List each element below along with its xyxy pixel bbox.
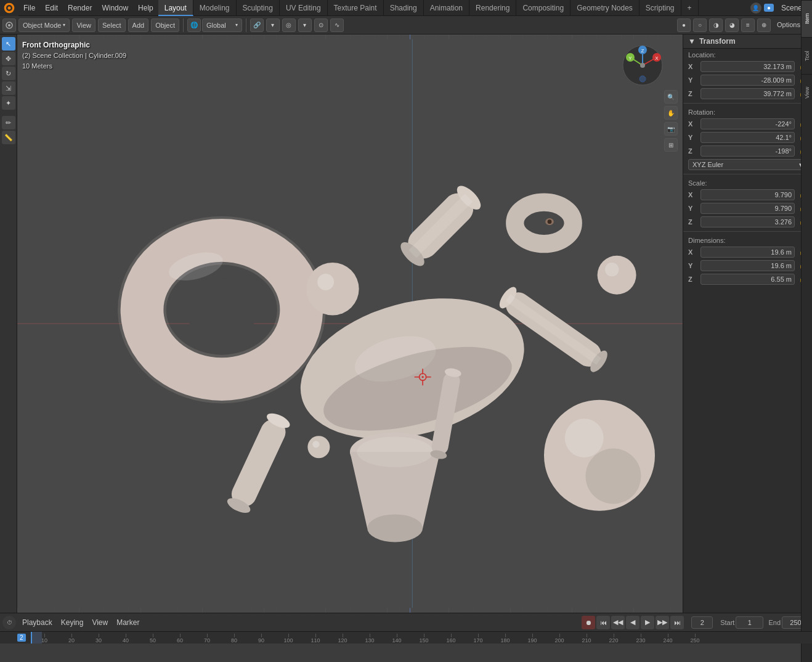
svg-text:Z: Z — [641, 48, 644, 54]
camera-btn[interactable]: 📷 — [664, 122, 678, 136]
workspace-add[interactable]: + — [681, 0, 699, 16]
euler-row: XYZ Euler ▾ — [683, 158, 812, 171]
add-menu[interactable]: Add — [128, 18, 149, 32]
workspace-rendering[interactable]: Rendering — [469, 0, 516, 16]
mode-dropdown[interactable]: Object Mode ▾ — [18, 18, 70, 32]
dim-x-value[interactable]: 19.6 m — [700, 247, 795, 258]
loc-x-value[interactable]: 32.173 m — [700, 61, 795, 72]
menu-file[interactable]: File — [18, 0, 40, 16]
dim-y-value[interactable]: 19.6 m — [700, 260, 795, 271]
proportional-connected-icon[interactable]: ⊙ — [314, 18, 328, 32]
scale-y-value[interactable]: 9.790 — [700, 203, 795, 214]
play-btn[interactable]: ▶ — [641, 616, 654, 629]
object-menu[interactable]: Object — [151, 18, 179, 32]
menu-help[interactable]: Help — [133, 0, 158, 16]
grid-btn[interactable]: ⊞ — [664, 138, 678, 152]
orient-label: Global — [206, 22, 226, 29]
view-menu[interactable]: View — [72, 18, 95, 32]
select-tool-btn[interactable]: ↖ — [2, 37, 15, 51]
side-tab-tool[interactable]: Tool — [802, 37, 812, 74]
dim-z-value[interactable]: 6.55 m — [700, 274, 795, 285]
jump-end-btn[interactable]: ⏭ — [670, 616, 684, 629]
zoom-in-btn[interactable]: 🔍 — [664, 90, 678, 104]
euler-dropdown[interactable]: XYZ Euler ▾ — [688, 159, 807, 170]
select-menu[interactable]: Select — [98, 18, 126, 32]
menu-render[interactable]: Render — [63, 0, 97, 16]
rot-x-value[interactable]: -224° — [700, 118, 795, 129]
navigation-gizmo[interactable]: Z X Y — [621, 44, 664, 87]
timeline-ruler[interactable]: 2 10 20 30 40 50 60 70 80 90 100 110 120… — [0, 631, 812, 644]
timeline-icon[interactable]: ⏱ — [2, 616, 16, 629]
viewport-shading-2[interactable]: ○ — [693, 18, 707, 32]
workspace-shading[interactable]: Shading — [384, 0, 424, 16]
workspace-animation[interactable]: Animation — [424, 0, 469, 16]
frame-badge-value: 2 — [17, 634, 26, 642]
transform-orient-dropdown[interactable]: Global ▾ — [202, 18, 242, 32]
scale-x-row: X 9.790 🔒 — [683, 188, 812, 202]
mode-arrow: ▾ — [63, 22, 65, 28]
engine-icon[interactable] — [2, 18, 16, 32]
proportional-edit-icon[interactable]: ◎ — [282, 18, 296, 32]
workspace-geometry-nodes[interactable]: Geometry Nodes — [570, 0, 639, 16]
snap-magnet-icon[interactable]: 🔗 — [250, 18, 264, 32]
svg-point-38 — [367, 514, 423, 542]
keying-menu[interactable]: Keying — [59, 618, 86, 627]
workspace-texture-paint[interactable]: Texture Paint — [328, 0, 384, 16]
scale-z-label: Z — [688, 218, 698, 226]
playback-menu[interactable]: Playback — [20, 618, 55, 627]
ruler-mark-130: 130 — [356, 634, 383, 644]
rot-y-value[interactable]: 42.1° — [700, 132, 795, 143]
dim-y-row: Y 19.6 m 🔒 — [683, 259, 812, 272]
measure-tool-btn[interactable]: 📏 — [2, 131, 15, 144]
top-menu-bar: File Edit Render Window Help Layout Mode… — [0, 0, 812, 16]
user-icon[interactable]: 👤 — [750, 2, 761, 14]
rotate-tool-btn[interactable]: ↻ — [2, 67, 15, 80]
side-tab-item[interactable]: Item — [802, 0, 812, 37]
loc-y-value[interactable]: -28.009 m — [700, 75, 795, 86]
annotate-tool-btn[interactable]: ✏ — [2, 116, 15, 129]
overlay-icon[interactable]: ≡ — [741, 18, 755, 32]
scale-x-label: X — [688, 191, 698, 198]
viewport[interactable]: Front Orthographic (2) Scene Collection … — [17, 35, 683, 613]
side-tab-view[interactable]: View — [802, 74, 812, 111]
loc-z-value[interactable]: 39.772 m — [700, 88, 795, 99]
move-tool-btn[interactable]: ✥ — [2, 52, 15, 65]
play-reverse-btn[interactable]: ◀ — [626, 616, 639, 629]
rot-z-value[interactable]: -198° — [700, 145, 795, 157]
step-back-btn[interactable]: ◀◀ — [611, 616, 625, 629]
step-forward-btn[interactable]: ▶▶ — [656, 616, 669, 629]
viewport-shading-4[interactable]: ◕ — [725, 18, 739, 32]
hand-tool-btn[interactable]: ✋ — [664, 106, 678, 120]
proportional-options-icon[interactable]: ▾ — [298, 18, 312, 32]
workspace-scripting[interactable]: Scripting — [639, 0, 681, 16]
workspace-uv-editing[interactable]: UV Editing — [280, 0, 328, 16]
display-icon[interactable]: ∿ — [330, 18, 344, 32]
record-btn[interactable]: ⏺ — [582, 616, 595, 629]
scale-x-value[interactable]: 9.790 — [700, 189, 795, 200]
view-menu-tl[interactable]: View — [89, 618, 110, 627]
ruler-mark-80: 80 — [221, 634, 248, 644]
workspace-compositing[interactable]: Compositing — [516, 0, 570, 16]
menu-edit[interactable]: Edit — [40, 0, 63, 16]
workspace-sculpting[interactable]: Sculpting — [237, 0, 280, 16]
viewport-shading-3[interactable]: ◑ — [709, 18, 723, 32]
ruler-mark-60: 60 — [166, 634, 193, 644]
marker-menu[interactable]: Marker — [114, 618, 142, 627]
orient-icon[interactable]: 🌐 — [187, 18, 201, 32]
snap-options-icon[interactable]: ▾ — [266, 18, 280, 32]
start-frame[interactable]: 1 — [736, 616, 763, 629]
viewport-shading-1[interactable]: ● — [677, 18, 691, 32]
jump-start-btn[interactable]: ⏮ — [596, 616, 610, 629]
workspace-modeling[interactable]: Modeling — [193, 0, 237, 16]
transform-toggle[interactable]: ▼ — [688, 37, 696, 46]
scale-z-value[interactable]: 3.276 — [700, 216, 795, 227]
scale-tool-btn[interactable]: ⇲ — [2, 81, 15, 95]
ruler-mark-210: 210 — [573, 634, 600, 644]
current-frame[interactable]: 2 — [691, 616, 713, 629]
menu-window[interactable]: Window — [97, 0, 133, 16]
ruler-mark-110: 110 — [302, 634, 329, 644]
workspace-layout[interactable]: Layout — [158, 0, 193, 16]
transform-tool-btn[interactable]: ✦ — [2, 96, 15, 110]
euler-label: XYZ Euler — [692, 159, 723, 170]
gizmo-icon[interactable]: ⊕ — [757, 18, 771, 32]
